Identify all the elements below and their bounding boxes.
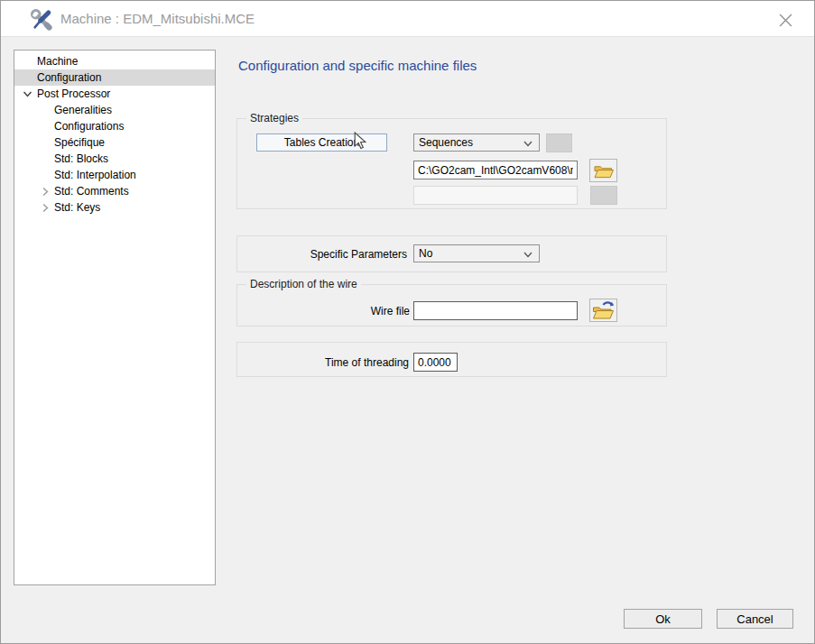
sidebar-item-label: Std: Keys (14, 199, 100, 216)
sidebar-item-generalities[interactable]: Generalities (14, 102, 215, 118)
time-of-threading-input[interactable] (413, 353, 458, 372)
title-bar: Machine : EDM_Mitsubishi.MCE (1, 1, 814, 37)
dialog-body: Machine Configuration Post Processor Gen… (1, 37, 814, 643)
sidebar-item-configuration[interactable]: Configuration (14, 69, 215, 86)
time-of-threading-label: Time of threading (317, 356, 409, 369)
sidebar-item-post-processor[interactable]: Post Processor (14, 86, 215, 102)
sidebar-item-configurations[interactable]: Configurations (14, 118, 215, 134)
sequence-select[interactable]: Sequences (413, 133, 540, 152)
sidebar-item-label: Std: Blocks (14, 151, 108, 167)
open-folder-icon (593, 162, 615, 179)
page-title: Configuration and specific machine files (238, 58, 477, 73)
sequence-select-value: Sequences (419, 136, 473, 149)
strategies-legend: Strategies (246, 113, 302, 124)
sidebar-item-std-interpolation[interactable]: Std: Interpolation (14, 167, 215, 183)
chevron-down-icon (523, 141, 533, 147)
tables-creation-button[interactable]: Tables Creation (256, 133, 387, 152)
wire-file-input[interactable] (413, 301, 578, 320)
sidebar-item-std-blocks[interactable]: Std: Blocks (14, 151, 215, 167)
sequence-aux-button (546, 133, 572, 152)
sidebar-item-label: Machine (14, 53, 78, 69)
open-folder-arrow-icon (592, 300, 615, 320)
chevron-right-icon[interactable] (41, 187, 51, 197)
secondary-aux-button (590, 186, 617, 205)
sidebar-item-std-keys[interactable]: Std: Keys (14, 199, 215, 216)
ok-button[interactable]: Ok (624, 609, 702, 629)
settings-tree: Machine Configuration Post Processor Gen… (14, 50, 216, 585)
specific-parameters-select[interactable]: No (413, 244, 540, 262)
close-button[interactable] (776, 11, 794, 29)
browse-wire-button[interactable] (589, 299, 617, 322)
sidebar-item-label: Std: Interpolation (14, 167, 136, 183)
cancel-button[interactable]: Cancel (717, 609, 793, 629)
sidebar-item-label: Spécifique (14, 134, 105, 151)
sidebar-item-std-comments[interactable]: Std: Comments (14, 183, 215, 199)
sidebar-item-label: Configuration (14, 69, 101, 86)
close-icon (779, 14, 792, 27)
wire-legend: Description of the wire (246, 279, 361, 290)
chevron-down-icon (523, 252, 533, 258)
machine-dialog: Machine : EDM_Mitsubishi.MCE Machine Con… (0, 0, 815, 644)
secondary-path-input (413, 186, 578, 205)
window-title: Machine : EDM_Mitsubishi.MCE (60, 1, 255, 37)
mouse-cursor-icon (354, 132, 366, 150)
browse-path-button[interactable] (589, 159, 617, 182)
chevron-down-icon[interactable] (23, 89, 32, 99)
sidebar-item-label: Configurations (14, 118, 124, 134)
sidebar-item-specifique[interactable]: Spécifique (14, 134, 215, 151)
specific-parameters-value: No (419, 247, 432, 260)
sidebar-item-label: Std: Comments (14, 183, 129, 199)
sidebar-item-machine[interactable]: Machine (14, 53, 215, 69)
wire-file-label: Wire file (344, 305, 410, 317)
machine-path-input[interactable] (413, 161, 578, 179)
chevron-right-icon[interactable] (41, 203, 51, 213)
sidebar-item-label: Generalities (14, 102, 112, 118)
wrench-screwdriver-icon (29, 8, 55, 32)
specific-parameters-label: Specific Parameters (272, 248, 407, 261)
